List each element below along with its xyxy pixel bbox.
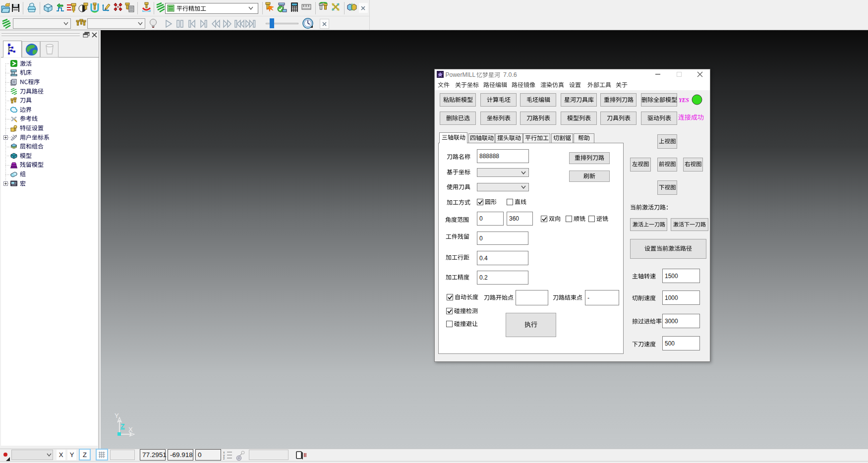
svg-text:z: z	[223, 457, 225, 460]
